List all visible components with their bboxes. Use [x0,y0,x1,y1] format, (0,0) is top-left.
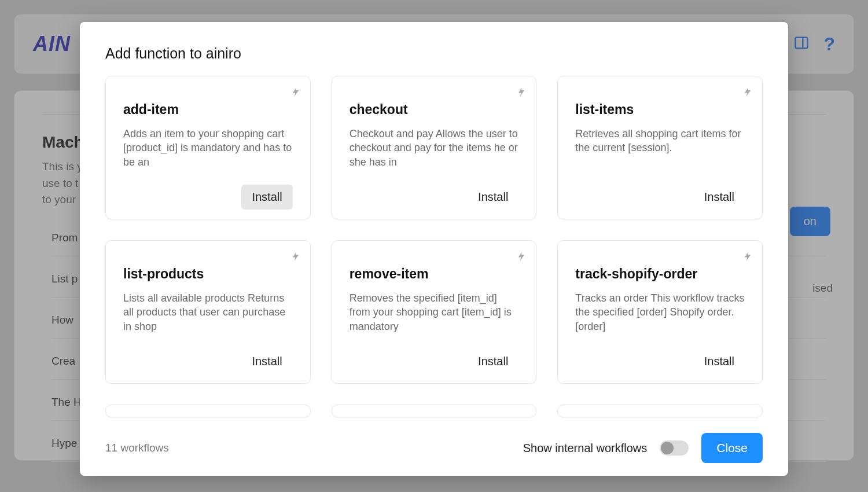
function-desc: Checkout and pay Allows the user to chec… [350,127,519,177]
install-button[interactable]: Install [468,185,518,210]
function-card-list-products: list-productsLists all available product… [105,240,311,384]
bolt-icon [516,85,527,102]
function-title: list-items [575,102,745,118]
function-actions: Install [575,341,745,383]
modal-body[interactable]: add-itemAdds an item to your shopping ca… [80,76,788,420]
function-desc: Removes the specified [item_id] from you… [350,291,519,341]
function-card-list-items: list-itemsRetrieves all shopping cart it… [557,76,763,219]
function-card-add-item: add-itemAdds an item to your shopping ca… [105,76,311,219]
bolt-icon [742,85,753,102]
toggle-label: Show internal workflows [523,442,648,455]
install-button[interactable]: Install [694,185,745,210]
function-card-checkout: checkoutCheckout and pay Allows the user… [332,76,537,219]
bolt-icon [290,85,301,102]
bolt-icon [742,249,753,266]
function-card-remove-item: remove-itemRemoves the specified [item_i… [332,240,537,384]
install-button[interactable]: Install [694,349,745,374]
add-function-modal: Add function to ainiro add-itemAdds an i… [80,22,788,476]
install-button[interactable]: Install [241,185,292,210]
function-title: remove-item [350,266,519,282]
function-actions: Install [123,177,293,219]
function-grid: add-itemAdds an item to your shopping ca… [105,76,763,420]
function-title: track-shopify-order [575,266,745,282]
internal-workflows-toggle[interactable] [660,440,689,456]
function-desc: Adds an item to your shopping cart [prod… [123,127,293,177]
function-card-peek [105,405,311,417]
function-desc: Lists all available products Returns all… [123,291,293,341]
close-button[interactable]: Close [701,433,763,463]
function-title: checkout [350,102,519,118]
function-desc: Retrieves all shopping cart items for th… [575,127,745,177]
function-actions: Install [350,177,519,219]
footer-right: Show internal workflows Close [523,433,763,463]
modal-title: Add function to ainiro [80,22,788,76]
bolt-icon [516,249,527,266]
function-title: add-item [123,102,293,118]
modal-overlay: Add function to ainiro add-itemAdds an i… [0,0,868,492]
install-button[interactable]: Install [468,349,518,374]
function-actions: Install [350,341,519,383]
bolt-icon [290,249,301,266]
function-card-peek [557,405,763,417]
function-card-track-shopify-order: track-shopify-orderTracks an order This … [557,240,763,384]
function-title: list-products [123,266,293,282]
modal-footer: 11 workflows Show internal workflows Clo… [80,420,788,476]
function-actions: Install [575,177,745,219]
function-desc: Tracks an order This workflow tracks the… [575,291,745,341]
toggle-knob [661,442,674,454]
install-button[interactable]: Install [241,349,292,374]
function-actions: Install [123,341,293,383]
workflow-count: 11 workflows [105,442,169,454]
function-card-peek [332,405,537,417]
